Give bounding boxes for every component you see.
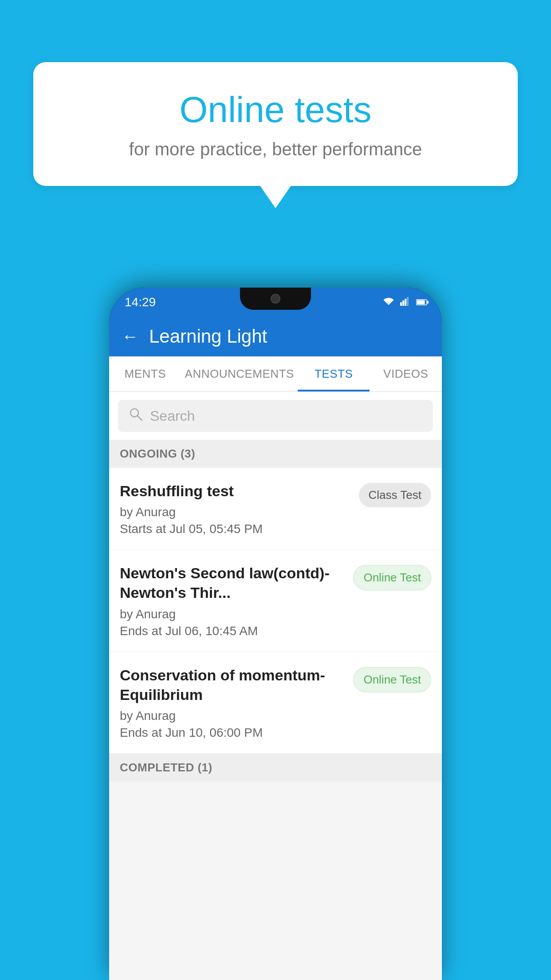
tab-videos[interactable]: VIDEOS bbox=[370, 356, 442, 391]
test-author-reshuffling: by Anurag bbox=[120, 505, 350, 519]
app-header: ← Learning Light bbox=[109, 316, 442, 356]
test-badge-online-newtons: Online Test bbox=[353, 565, 431, 590]
search-input-placeholder: Search bbox=[150, 408, 195, 424]
completed-section-header: COMPLETED (1) bbox=[109, 754, 442, 782]
svg-line-8 bbox=[138, 416, 142, 420]
test-badge-online-conservation: Online Test bbox=[353, 667, 431, 692]
test-name-conservation: Conservation of momentum-Equilibrium bbox=[120, 665, 344, 704]
svg-rect-1 bbox=[402, 300, 404, 306]
speech-bubble-subtitle: for more practice, better performance bbox=[69, 139, 482, 159]
notch bbox=[240, 288, 311, 310]
status-icons bbox=[382, 296, 429, 308]
test-list-ongoing: Reshuffling test by Anurag Starts at Jul… bbox=[109, 468, 442, 754]
test-info-reshuffling: Reshuffling test by Anurag Starts at Jul… bbox=[120, 481, 359, 536]
search-box[interactable]: Search bbox=[118, 400, 433, 432]
front-camera bbox=[271, 294, 280, 304]
svg-rect-0 bbox=[400, 302, 402, 306]
tab-announcements[interactable]: ANNOUNCEMENTS bbox=[181, 356, 298, 391]
tabs-bar: MENTS ANNOUNCEMENTS TESTS VIDEOS bbox=[109, 356, 442, 392]
search-icon bbox=[129, 407, 143, 425]
signal-icon bbox=[400, 296, 411, 308]
test-info-conservation: Conservation of momentum-Equilibrium by … bbox=[120, 665, 353, 740]
phone-frame: 14:29 bbox=[109, 288, 442, 980]
test-badge-class: Class Test bbox=[359, 483, 431, 507]
phone-screen: MENTS ANNOUNCEMENTS TESTS VIDEOS bbox=[109, 356, 442, 980]
test-name-newtons: Newton's Second law(contd)-Newton's Thir… bbox=[120, 563, 344, 602]
svg-rect-2 bbox=[405, 299, 406, 306]
tab-tests[interactable]: TESTS bbox=[298, 356, 370, 391]
test-date-newtons: Ends at Jul 06, 10:45 AM bbox=[120, 624, 344, 638]
speech-bubble-title: Online tests bbox=[69, 89, 482, 130]
svg-rect-3 bbox=[407, 297, 409, 306]
test-date-reshuffling: Starts at Jul 05, 05:45 PM bbox=[120, 522, 350, 536]
back-button[interactable]: ← bbox=[122, 327, 138, 346]
svg-rect-5 bbox=[417, 300, 425, 304]
test-item-reshuffling[interactable]: Reshuffling test by Anurag Starts at Jul… bbox=[109, 468, 442, 550]
ongoing-section-header: ONGOING (3) bbox=[109, 440, 442, 468]
svg-rect-6 bbox=[427, 301, 429, 304]
battery-icon bbox=[416, 296, 429, 308]
test-item-newtons[interactable]: Newton's Second law(contd)-Newton's Thir… bbox=[109, 550, 442, 652]
test-name-reshuffling: Reshuffling test bbox=[120, 481, 350, 501]
test-info-newtons: Newton's Second law(contd)-Newton's Thir… bbox=[120, 563, 353, 638]
test-date-conservation: Ends at Jun 10, 06:00 PM bbox=[120, 726, 344, 740]
test-item-conservation[interactable]: Conservation of momentum-Equilibrium by … bbox=[109, 652, 442, 754]
speech-bubble: Online tests for more practice, better p… bbox=[33, 62, 518, 186]
tab-ments[interactable]: MENTS bbox=[109, 356, 181, 391]
app-title: Learning Light bbox=[149, 326, 267, 347]
wifi-icon bbox=[382, 296, 395, 308]
status-time: 14:29 bbox=[125, 295, 156, 309]
speech-bubble-container: Online tests for more practice, better p… bbox=[33, 62, 518, 186]
test-author-conservation: by Anurag bbox=[120, 709, 344, 723]
status-bar: 14:29 bbox=[109, 288, 442, 316]
search-container: Search bbox=[109, 392, 442, 440]
test-author-newtons: by Anurag bbox=[120, 607, 344, 621]
